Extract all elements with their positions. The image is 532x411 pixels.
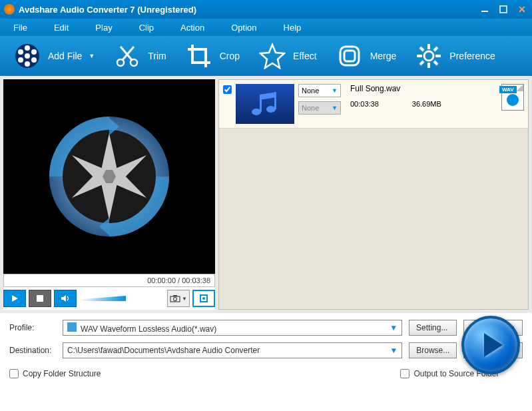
music-note-icon (248, 91, 282, 117)
svg-point-4 (25, 45, 30, 51)
format-label: WAV (499, 86, 517, 93)
add-file-label: Add File (48, 51, 82, 61)
crop-icon (185, 42, 213, 70)
svg-point-10 (117, 59, 124, 66)
svg-point-33 (202, 297, 205, 300)
play-button[interactable] (3, 290, 26, 307)
destination-label: Destination: (9, 346, 56, 355)
svg-rect-1 (500, 6, 507, 13)
file-list: None▼ None▼ Full Song.wav 00:03:38 36.69… (218, 79, 529, 310)
play-icon (484, 333, 503, 357)
file-duration: 00:03:38 (350, 100, 379, 108)
merge-button[interactable]: Merge (329, 39, 403, 73)
add-file-button[interactable]: Add File ▼ (7, 39, 101, 73)
snapshot-button[interactable]: ▼ (167, 290, 190, 307)
menu-help[interactable]: Help (284, 23, 302, 33)
titlebar: Avdshare Audio Converter 7 (Unregistered… (0, 0, 532, 19)
toolbar: Add File ▼ Trim Crop Effect Merge Prefer… (0, 36, 532, 76)
output-source-checkbox[interactable] (400, 369, 409, 378)
close-button[interactable]: ✕ (516, 3, 528, 15)
preview-panel: 00:00:00 / 00:03:38 ▼ (3, 79, 215, 310)
window-title: Avdshare Audio Converter 7 (Unregistered… (19, 5, 479, 15)
svg-point-16 (424, 51, 433, 61)
effect-label: Effect (293, 51, 317, 61)
crop-button[interactable]: Crop (178, 39, 246, 73)
svg-rect-0 (481, 11, 488, 12)
minimize-button[interactable] (479, 3, 491, 15)
svg-line-22 (434, 61, 437, 65)
volume-button[interactable] (54, 290, 77, 307)
profile-format-icon (67, 322, 77, 332)
app-icon (4, 4, 15, 15)
svg-point-7 (25, 61, 30, 67)
svg-line-12 (123, 47, 134, 60)
maximize-button[interactable] (497, 3, 509, 15)
svg-point-8 (18, 57, 23, 63)
volume-slider[interactable] (79, 296, 126, 301)
preference-label: Preference (449, 51, 495, 61)
svg-point-6 (31, 57, 37, 63)
menu-edit[interactable]: Edit (54, 23, 69, 33)
track-dropdown-1[interactable]: None▼ (298, 84, 341, 97)
chevron-down-icon: ▼ (89, 53, 95, 59)
fullscreen-button[interactable] (192, 290, 215, 307)
svg-point-30 (174, 298, 177, 301)
effect-button[interactable]: Effect (252, 39, 324, 73)
main-area: 00:00:00 / 00:03:38 ▼ None▼ None▼ Full S… (0, 76, 532, 313)
convert-button[interactable] (461, 316, 520, 374)
copy-structure-checkbox[interactable] (9, 369, 19, 378)
menu-action[interactable]: Action (180, 23, 204, 33)
copy-structure-check[interactable]: Copy Folder Structure (9, 369, 101, 378)
file-size: 36.69MB (412, 100, 441, 108)
reel-placeholder-icon (43, 110, 176, 243)
merge-icon (336, 42, 364, 70)
svg-line-13 (121, 47, 132, 60)
svg-line-21 (420, 47, 423, 51)
file-checkbox[interactable] (223, 85, 232, 94)
merge-label: Merge (370, 51, 397, 61)
svg-line-24 (420, 61, 423, 65)
track-dropdown-2[interactable]: None▼ (298, 101, 341, 115)
profile-combo[interactable]: WAV Waveform Lossless Audio(*.wav) ▼ (63, 320, 402, 336)
bottom-panel: Profile: WAV Waveform Lossless Audio(*.w… (0, 313, 532, 386)
gear-icon (415, 42, 443, 70)
file-name: Full Song.wav (350, 84, 497, 93)
file-thumbnail (236, 84, 294, 124)
crop-label: Crop (220, 51, 240, 61)
preference-button[interactable]: Preference (408, 39, 501, 73)
svg-point-11 (131, 59, 137, 66)
svg-rect-28 (37, 295, 43, 302)
browse-button[interactable]: Browse... (409, 342, 457, 358)
menu-option[interactable]: Option (231, 23, 256, 33)
menu-play[interactable]: Play (95, 23, 112, 33)
svg-line-23 (434, 47, 437, 51)
star-icon (258, 42, 286, 70)
chevron-down-icon: ▼ (390, 346, 398, 355)
preview-video (3, 79, 215, 274)
trim-button[interactable]: Trim (107, 39, 172, 73)
svg-rect-15 (344, 51, 355, 61)
svg-rect-31 (173, 295, 177, 296)
profile-label: Profile: (9, 323, 56, 332)
svg-point-5 (31, 49, 37, 55)
destination-combo[interactable]: C:\Users\fawad\Documents\Avdshare Audio … (63, 342, 402, 358)
menu-clip[interactable]: Clip (139, 23, 154, 33)
svg-point-34 (252, 109, 261, 115)
setting-button[interactable]: Setting... (409, 320, 457, 336)
svg-point-3 (25, 53, 30, 59)
player-controls: ▼ (3, 287, 215, 310)
scissors-icon (113, 42, 141, 70)
menu-file[interactable]: File (13, 23, 27, 33)
time-display: 00:00:00 / 00:03:38 (3, 274, 215, 287)
stop-button[interactable] (29, 290, 51, 307)
menubar: File Edit Play Clip Action Option Help (0, 19, 532, 36)
file-row[interactable]: None▼ None▼ Full Song.wav 00:03:38 36.69… (219, 80, 528, 129)
chevron-down-icon: ▼ (390, 323, 398, 332)
format-badge: WAV (501, 84, 524, 111)
svg-rect-14 (340, 47, 359, 65)
trim-label: Trim (148, 51, 166, 61)
svg-point-35 (266, 106, 276, 113)
svg-point-9 (18, 49, 23, 55)
film-reel-icon (13, 42, 41, 70)
